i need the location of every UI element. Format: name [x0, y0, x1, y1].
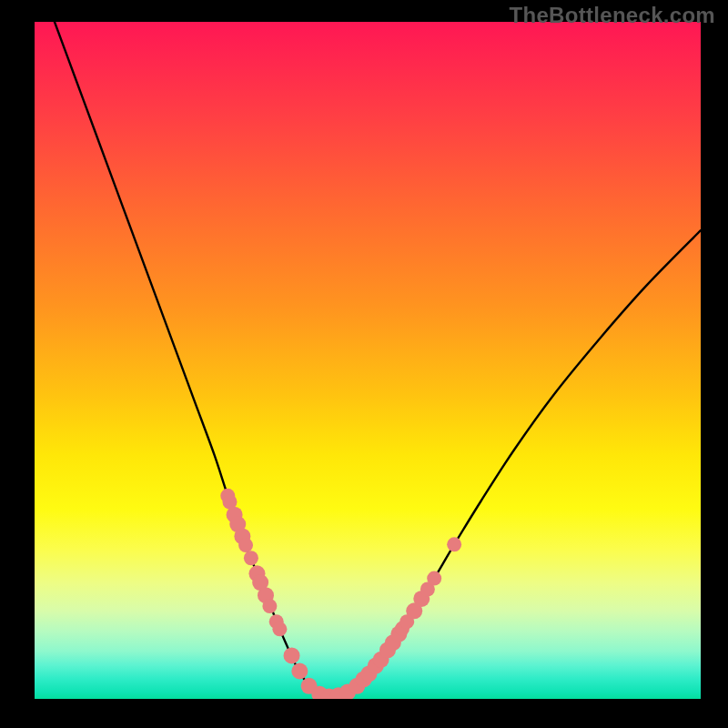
- data-marker: [284, 647, 300, 663]
- chart-overlay: [35, 22, 701, 699]
- data-marker: [272, 622, 287, 636]
- data-marker: [262, 599, 277, 613]
- data-marker: [244, 551, 258, 565]
- watermark-text: TheBottleneck.com: [510, 3, 715, 28]
- data-marker: [447, 537, 461, 551]
- data-marker: [238, 538, 253, 552]
- data-marker: [427, 571, 441, 586]
- bottleneck-curve: [35, 22, 701, 696]
- marker-group: [220, 489, 461, 699]
- plot-area: [35, 22, 701, 699]
- chart-stage: { "watermark": "TheBottleneck.com", "col…: [0, 0, 728, 728]
- data-marker: [291, 663, 308, 680]
